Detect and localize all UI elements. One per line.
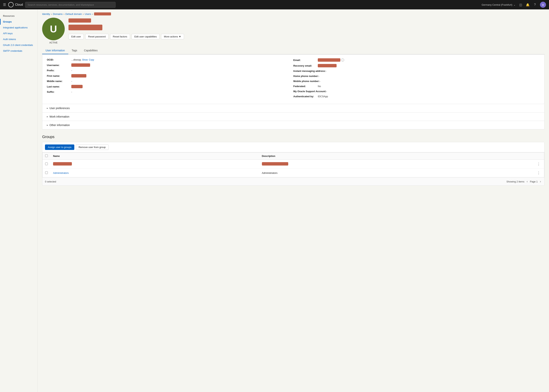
email-value-redacted <box>318 58 340 62</box>
region-selector[interactable]: Germany Central (Frankfurt) ⌄ <box>482 3 515 6</box>
prefix-value: - <box>71 69 72 72</box>
page-label: Page 1 <box>530 180 537 183</box>
table-row: ⋮ <box>42 160 544 168</box>
row1-kebab-button[interactable]: ⋮ <box>536 161 542 167</box>
info-col-left: OCID: ...diwxqq Show Copy Username: Pref… <box>47 58 293 100</box>
user-information-panel: OCID: ...diwxqq Show Copy Username: Pref… <box>42 54 544 104</box>
search-input[interactable] <box>25 2 115 8</box>
mobile-phone-value: - <box>319 80 320 83</box>
info-row-prefix: Prefix: - <box>47 69 289 72</box>
row1-name-cell <box>50 160 259 168</box>
other-information-header[interactable]: ▸ Other information <box>42 121 544 129</box>
reset-password-button[interactable]: Reset password <box>85 34 108 39</box>
main-content: Identity » Domains » Default domain » Us… <box>38 9 549 392</box>
row1-description-redacted <box>262 162 288 166</box>
more-actions-button[interactable]: More actions ▼ <box>161 34 184 39</box>
hamburger-icon[interactable]: ☰ <box>3 3 6 7</box>
more-actions-chevron-icon: ▼ <box>179 35 181 38</box>
info-col-right: Email: i Recovery email: Instant messagi… <box>293 58 540 100</box>
breadcrumb-sep-2: » <box>63 13 64 15</box>
row2-kebab-button[interactable]: ⋮ <box>536 170 542 175</box>
info-row-email: Email: i <box>293 58 535 62</box>
brand: Cloud <box>8 2 23 7</box>
row1-checkbox[interactable] <box>45 162 48 165</box>
sidebar-item-integrated-applications[interactable]: Integrated applications <box>0 25 37 30</box>
breadcrumb-identity[interactable]: Identity <box>42 13 50 15</box>
sidebar-item-smtp[interactable]: SMTP credentials <box>0 48 37 54</box>
row2-name-link[interactable]: Administrators <box>53 172 69 174</box>
groups-header-checkbox-cell <box>42 153 51 160</box>
row1-checkbox-cell <box>42 160 51 168</box>
table-footer: 0 selected Showing 2 items ‹ Page 1 › <box>42 177 544 185</box>
info-row-authenticated-by: Authenticated by: IDCSApp <box>293 95 535 98</box>
groups-table: Name Description <box>42 152 544 177</box>
sidebar-item-oauth[interactable]: OAuth 2.0 client credentials <box>0 42 37 48</box>
prefix-label: Prefix: <box>47 69 71 72</box>
row2-actions-cell: ⋮ <box>533 168 544 177</box>
edit-user-button[interactable]: Edit user <box>69 34 84 39</box>
breadcrumb-users[interactable]: Users <box>85 13 91 15</box>
pagination: Showing 2 items ‹ Page 1 › <box>507 179 542 184</box>
monitor-icon[interactable]: ◫ <box>519 3 523 7</box>
work-information-header[interactable]: ▸ Work information <box>42 112 544 121</box>
breadcrumb-default-domain[interactable]: Default domain <box>65 13 82 15</box>
breadcrumb: Identity » Domains » Default domain » Us… <box>42 12 544 15</box>
sidebar-item-api-keys[interactable]: API keys <box>0 30 37 36</box>
info-row-oracle-support: My Oracle Support Account: - <box>293 90 535 93</box>
groups-select-all-checkbox[interactable] <box>45 154 48 157</box>
tab-tags[interactable]: Tags <box>68 47 81 54</box>
home-phone-label: Home phone number: <box>293 75 318 77</box>
ocid-show-link[interactable]: Show <box>82 58 88 61</box>
nav-right: Germany Central (Frankfurt) ⌄ ◫ 🔔 ? U <box>482 2 546 8</box>
edit-capabilities-button[interactable]: Edit user capabilities <box>132 34 160 39</box>
help-icon[interactable]: ? <box>533 3 537 7</box>
user-header-info: Edit user Reset password Reset factors E… <box>69 18 184 42</box>
groups-toolbar: Assign user to groups Remove user from g… <box>42 142 544 152</box>
breadcrumb-domains[interactable]: Domains <box>53 13 63 15</box>
home-phone-value: - <box>318 75 319 77</box>
info-row-first-name: First name: <box>47 74 289 77</box>
row1-actions-cell: ⋮ <box>533 160 544 168</box>
remove-user-from-group-button[interactable]: Remove user from group <box>76 144 109 150</box>
sidebar-item-groups[interactable]: Groups <box>0 19 37 25</box>
groups-col-actions <box>533 153 544 160</box>
recovery-email-value-redacted <box>318 64 337 67</box>
row1-name-redacted <box>53 162 72 166</box>
ocid-label: OCID: <box>47 58 71 61</box>
other-information-chevron-icon: ▸ <box>47 124 48 126</box>
top-nav: ☰ Cloud Germany Central (Frankfurt) ⌄ ◫ … <box>0 0 549 9</box>
suffix-value: - <box>71 91 72 93</box>
reset-factors-button[interactable]: Reset factors <box>110 34 130 39</box>
work-information-chevron-icon: ▸ <box>47 115 48 118</box>
groups-section: Groups Assign user to groups Remove user… <box>42 135 544 186</box>
selected-count: 0 selected <box>45 180 56 183</box>
mobile-phone-label: Mobile phone number: <box>293 80 319 83</box>
brand-name: Cloud <box>15 3 23 6</box>
page-wrapper: Resources Groups Integrated applications… <box>0 9 549 392</box>
user-status: ACTIVE <box>49 41 57 44</box>
work-information-label: Work information <box>49 115 70 118</box>
user-avatar-nav[interactable]: U <box>540 2 546 8</box>
user-name-redacted <box>69 18 91 23</box>
email-info-icon[interactable]: i <box>341 58 344 62</box>
row2-checkbox[interactable] <box>45 171 48 174</box>
info-row-recovery-email: Recovery email: <box>293 64 535 67</box>
brand-logo <box>8 2 14 7</box>
pagination-next-button[interactable]: › <box>539 179 542 184</box>
info-row-suffix: Suffix: - <box>47 91 289 93</box>
assign-user-to-groups-button[interactable]: Assign user to groups <box>45 144 74 150</box>
user-avatar-large: U <box>42 18 65 40</box>
tab-capabilities[interactable]: Capabilities <box>81 47 101 54</box>
federated-value: No <box>318 85 321 88</box>
tab-user-information[interactable]: User information <box>42 47 68 54</box>
ocid-value: ...diwxqq <box>71 58 81 61</box>
pagination-prev-button[interactable]: ‹ <box>526 179 528 184</box>
bell-icon[interactable]: 🔔 <box>526 3 530 7</box>
user-preferences-header[interactable]: ▸ User preferences <box>42 104 544 112</box>
ocid-copy-link[interactable]: Copy <box>89 58 94 61</box>
username-value-redacted <box>71 63 90 67</box>
more-actions-label: More actions <box>164 35 178 38</box>
info-row-federated: Federated: No <box>293 85 535 88</box>
sidebar-item-auth-tokens[interactable]: Auth tokens <box>0 36 37 42</box>
first-name-label: First name: <box>47 75 71 77</box>
